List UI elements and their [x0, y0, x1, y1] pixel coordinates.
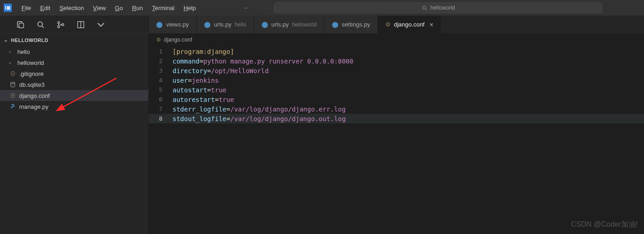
- menu-help[interactable]: Help: [179, 3, 200, 13]
- panel-icon[interactable]: [77, 21, 85, 29]
- svg-point-15: [12, 95, 14, 96]
- file-label: .gitignore: [19, 70, 43, 77]
- editor-group: ⬤ views.py ⬤ urls.py hello ⬤ urls.py hel…: [149, 16, 644, 234]
- close-icon[interactable]: ×: [429, 21, 433, 28]
- code-line: 2command=python manage.py runserver 0.0.…: [149, 56, 644, 66]
- database-icon: [9, 81, 16, 88]
- menu-run[interactable]: Run: [128, 3, 147, 13]
- editor-tabs: ⬤ views.py ⬤ urls.py hello ⬤ urls.py hel…: [149, 16, 644, 34]
- tab-views[interactable]: ⬤ views.py: [149, 16, 197, 33]
- menu-edit[interactable]: Edit: [36, 3, 54, 13]
- file-dbsqlite[interactable]: db.sqlite3: [0, 79, 148, 90]
- line-number: 8: [149, 115, 173, 122]
- tab-settings[interactable]: ⬤ settings.py: [325, 16, 378, 33]
- line-number: 3: [149, 67, 173, 74]
- code-line: 4user=jenkins: [149, 75, 644, 85]
- command-center-search[interactable]: helloworld: [274, 2, 602, 13]
- code-line: 5autostart=true: [149, 85, 644, 95]
- title-bar: I≣ File Edit Selection View Go Run Termi…: [0, 0, 644, 16]
- svg-line-1: [425, 9, 427, 10]
- menu-bar: File Edit Selection View Go Run Terminal…: [17, 3, 200, 13]
- menu-go[interactable]: Go: [111, 3, 127, 13]
- watermark-text: CSDN @Coder加油!: [571, 220, 638, 229]
- menu-file[interactable]: File: [17, 3, 35, 13]
- code-line: 6autorestart=true: [149, 95, 644, 104]
- line-number: 1: [149, 48, 173, 55]
- search-icon: [422, 5, 428, 11]
- code-line: 1[program:django]: [149, 47, 644, 56]
- folder-helloworld[interactable]: › helloworld: [0, 57, 148, 68]
- python-icon: ⬤: [332, 21, 339, 28]
- search-placeholder: helloworld: [430, 5, 455, 11]
- tab-urls-helloworld[interactable]: ⬤ urls.py helloworld: [254, 16, 325, 33]
- file-djangoconf[interactable]: django.conf: [0, 90, 148, 101]
- menu-selection[interactable]: Selection: [55, 3, 88, 13]
- line-number: 4: [149, 77, 173, 84]
- folder-label: helloworld: [17, 59, 44, 66]
- svg-line-5: [42, 26, 44, 27]
- tab-label: views.py: [166, 21, 189, 28]
- code-line: 7stderr_logfile=/var/log/django/django.e…: [149, 104, 644, 114]
- gear-icon: ⚙: [385, 21, 391, 28]
- python-icon: ⬤: [204, 21, 211, 28]
- code-line: 8stdout_logfile=/var/log/django/django.o…: [149, 114, 644, 123]
- tab-suffix: helloworld: [292, 21, 317, 28]
- folder-label: hello: [17, 48, 30, 55]
- file-label: db.sqlite3: [19, 81, 45, 88]
- explorer-title: HELLOWORLD: [11, 37, 48, 43]
- tab-label: urls.py: [272, 21, 289, 28]
- svg-point-8: [62, 23, 64, 26]
- python-icon: ⬤: [262, 21, 268, 28]
- chevron-down-icon[interactable]: [97, 22, 105, 27]
- nav-forward-button[interactable]: →: [257, 3, 270, 12]
- chevron-right-icon: ›: [9, 49, 15, 54]
- gear-icon: [9, 70, 16, 77]
- app-logo-icon: I≣: [4, 4, 12, 12]
- tab-label: urls.py: [214, 21, 231, 28]
- svg-point-0: [423, 6, 426, 9]
- nav-back-button[interactable]: ←: [239, 3, 253, 12]
- menu-terminal[interactable]: Terminal: [148, 3, 178, 13]
- gear-icon: ⚙: [156, 37, 161, 43]
- line-number: 6: [149, 96, 173, 103]
- side-bar: ⌄ HELLOWORLD › hello › helloworld .gitig…: [0, 16, 149, 234]
- breadcrumb-label: django.conf: [164, 37, 192, 43]
- tab-djangoconf[interactable]: ⚙ django.conf ×: [378, 16, 441, 33]
- source-control-icon[interactable]: [57, 21, 65, 29]
- svg-point-6: [58, 21, 60, 24]
- search-tool-icon[interactable]: [37, 21, 45, 29]
- file-label: django.conf: [19, 92, 50, 99]
- tab-label: settings.py: [342, 21, 370, 28]
- explorer-header[interactable]: ⌄ HELLOWORLD: [0, 34, 148, 46]
- sidebar-toolbar: [0, 16, 148, 34]
- explorer-icon[interactable]: [16, 21, 25, 29]
- breadcrumb[interactable]: ⚙ django.conf: [149, 34, 644, 46]
- tab-suffix: hello: [235, 21, 246, 28]
- line-number: 2: [149, 58, 173, 64]
- line-number: 5: [149, 86, 173, 93]
- gear-icon: [9, 92, 16, 99]
- chevron-right-icon: ›: [9, 60, 15, 65]
- file-label: manage.py: [19, 103, 48, 110]
- svg-point-12: [12, 73, 14, 74]
- tab-urls-hello[interactable]: ⬤ urls.py hello: [197, 16, 254, 33]
- tab-label: django.conf: [394, 21, 424, 28]
- titlebar-center: ← → helloworld: [202, 2, 640, 13]
- chevron-down-icon: ⌄: [4, 37, 9, 43]
- python-icon: ⬤: [156, 21, 163, 28]
- code-line: 3directory=/opt/HelloWorld: [149, 66, 644, 75]
- svg-point-7: [58, 26, 60, 28]
- file-managepy[interactable]: manage.py: [0, 101, 148, 112]
- svg-rect-3: [19, 23, 24, 27]
- svg-point-16: [12, 105, 12, 105]
- editor-content[interactable]: 1[program:django] 2command=python manage…: [149, 46, 644, 234]
- menu-view[interactable]: View: [89, 3, 110, 13]
- svg-point-13: [11, 82, 15, 84]
- file-tree: › hello › helloworld .gitignore db.sqlit…: [0, 46, 148, 112]
- folder-hello[interactable]: › hello: [0, 46, 148, 57]
- file-gitignore[interactable]: .gitignore: [0, 68, 148, 79]
- python-icon: [9, 103, 16, 110]
- line-number: 7: [149, 106, 173, 112]
- svg-point-4: [38, 21, 42, 26]
